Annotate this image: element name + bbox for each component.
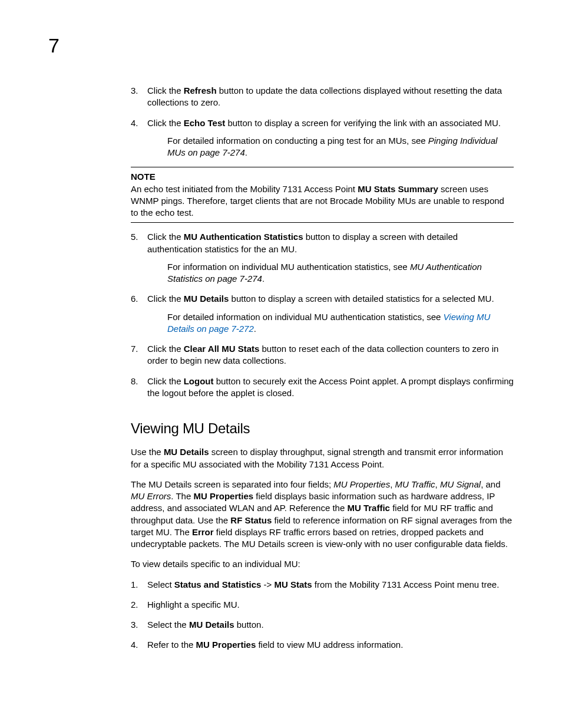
steps-list-b: 5. Click the MU Authentication Statistic… (131, 231, 514, 399)
step-body: Click the Echo Test button to display a … (147, 117, 514, 159)
ui-label: MU Details (184, 294, 229, 304)
step-c1: 1. Select Status and Statistics -> MU St… (131, 579, 514, 591)
text: For detailed information on conducting a… (167, 136, 428, 146)
text: Select the (147, 620, 189, 630)
field-name: MU Traffic (395, 479, 435, 489)
rule (131, 167, 514, 167)
step-body: Select Status and Statistics -> MU Stats… (147, 579, 514, 591)
step-5: 5. Click the MU Authentication Statistic… (131, 231, 514, 285)
step-number: 6. (131, 293, 147, 335)
page: 7 3. Click the Refresh button to update … (0, 0, 562, 728)
step-number: 4. (131, 117, 147, 159)
step-number: 3. (131, 85, 147, 109)
text: Click the (147, 85, 184, 95)
text: For information on individual MU authent… (167, 262, 410, 272)
ui-label: Error (192, 527, 214, 537)
step-number: 8. (131, 375, 147, 400)
step-subtext: For information on individual MU authent… (167, 261, 514, 285)
note-block: NOTE An echo test initiated from the Mob… (131, 167, 514, 223)
content-column: 3. Click the Refresh button to update th… (131, 85, 514, 651)
step-number: 3. (131, 619, 147, 631)
rule (131, 222, 514, 223)
text: . (245, 147, 247, 157)
ui-label: Logout (184, 376, 214, 386)
step-3: 3. Click the Refresh button to update th… (131, 85, 514, 109)
ui-label: Clear All MU Stats (184, 344, 260, 354)
step-c3: 3. Select the MU Details button. (131, 619, 514, 631)
steps-list-c: 1. Select Status and Statistics -> MU St… (131, 579, 514, 651)
text: button. (234, 620, 264, 630)
ui-label: MU Properties (196, 640, 256, 650)
text: Click the (147, 294, 184, 304)
text: Click the (147, 376, 184, 386)
text: . (254, 324, 256, 334)
text: An echo test initiated from the Mobility… (131, 184, 358, 194)
text: Highlight a specific MU. (147, 599, 240, 610)
ui-label: Echo Test (184, 118, 226, 128)
text: Use the (131, 447, 164, 457)
paragraph: To view details specific to an individua… (131, 558, 514, 570)
text: -> (261, 579, 274, 589)
step-6: 6. Click the MU Details button to displa… (131, 293, 514, 335)
step-4: 4. Click the Echo Test button to display… (131, 117, 514, 159)
step-number: 2. (131, 599, 147, 611)
field-name: MU Properties (333, 479, 390, 489)
paragraph: Use the MU Details screen to display thr… (131, 446, 514, 470)
text: . The (171, 491, 193, 501)
step-body: Highlight a specific MU. (147, 599, 514, 611)
ui-label: MU Properties (193, 491, 253, 501)
text: Click the (147, 232, 184, 242)
step-body: Click the Refresh button to update the d… (147, 85, 514, 109)
paragraph: The MU Details screen is separated into … (131, 479, 514, 551)
step-number: 7. (131, 343, 147, 367)
ui-label: MU Details (189, 620, 234, 630)
ui-label: MU Stats (275, 579, 312, 589)
step-body: Click the Clear All MU Stats button to r… (147, 343, 514, 367)
step-8: 8. Click the Logout button to securely e… (131, 375, 514, 400)
ui-label: Refresh (184, 85, 217, 95)
text: For detailed information on individual M… (167, 312, 444, 322)
step-body: Select the MU Details button. (147, 619, 514, 631)
steps-list-a: 3. Click the Refresh button to update th… (131, 85, 514, 159)
step-number: 5. (131, 231, 147, 285)
note-label: NOTE (131, 171, 514, 183)
field-name: MU Errors (131, 491, 171, 501)
step-body: Click the Logout button to securely exit… (147, 375, 514, 400)
step-7: 7. Click the Clear All MU Stats button t… (131, 343, 514, 367)
ui-label: MU Authentication Statistics (184, 232, 303, 242)
step-body: Click the MU Authentication Statistics b… (147, 231, 514, 285)
chapter-number: 7 (48, 35, 514, 55)
text: button to display a screen for verifying… (225, 118, 501, 128)
text: Refer to the (147, 640, 196, 650)
step-body: Click the MU Details button to display a… (147, 293, 514, 335)
text: , and (481, 479, 500, 489)
ui-label: Status and Statistics (174, 579, 262, 589)
section-heading: Viewing MU Details (131, 419, 514, 438)
text: field to view MU address information. (256, 640, 403, 650)
text: button to display a screen with detailed… (229, 294, 494, 304)
step-subtext: For detailed information on conducting a… (167, 135, 514, 159)
step-c4: 4. Refer to the MU Properties field to v… (131, 639, 514, 651)
ui-label: MU Details (164, 447, 209, 457)
step-number: 4. (131, 639, 147, 651)
text: Click the (147, 118, 184, 128)
ui-label: MU Traffic (347, 503, 390, 513)
text: , (435, 479, 440, 489)
step-body: Refer to the MU Properties field to view… (147, 639, 514, 651)
step-c2: 2. Highlight a specific MU. (131, 599, 514, 611)
text: Select (147, 579, 174, 589)
ui-label: MU Stats Summary (358, 184, 438, 194)
text: , (390, 479, 395, 489)
step-number: 1. (131, 579, 147, 591)
step-subtext: For detailed information on individual M… (167, 311, 514, 335)
ui-label: RF Status (230, 515, 272, 525)
text: The MU Details screen is separated into … (131, 479, 333, 489)
note-text: An echo test initiated from the Mobility… (131, 183, 514, 219)
text: Click the (147, 344, 184, 354)
text: . (262, 274, 265, 284)
field-name: MU Signal (440, 479, 481, 489)
text: from the Mobility 7131 Access Point menu… (312, 579, 500, 589)
